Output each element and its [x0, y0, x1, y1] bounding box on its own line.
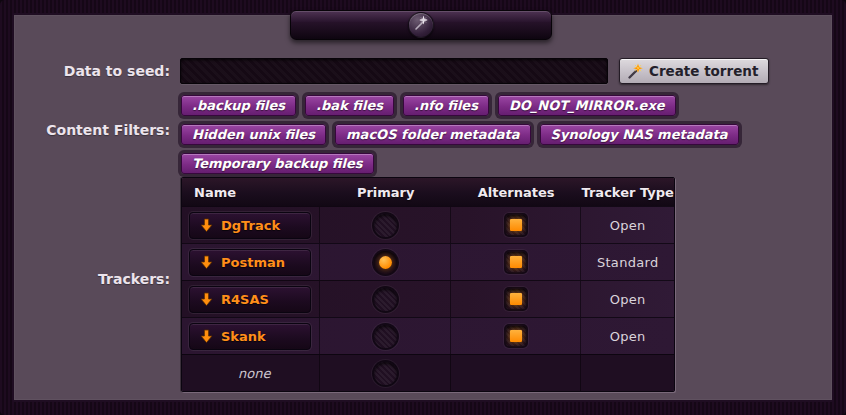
primary-cell	[320, 207, 450, 243]
tracker-name: DgTrack	[221, 218, 280, 233]
column-header-primary: Primary	[320, 178, 450, 206]
tracker-row: none	[182, 354, 674, 391]
alternates-cell	[451, 281, 581, 317]
tracker-type-value: Open	[610, 329, 646, 344]
tracker-name-cell: DgTrack	[182, 207, 320, 243]
filter-chip[interactable]: Synology NAS metadata	[540, 124, 739, 145]
alternates-cell	[451, 207, 581, 243]
filter-chip[interactable]: Temporary backup files	[181, 153, 374, 174]
download-icon	[199, 218, 214, 233]
tracker-type-cell: Open	[581, 318, 674, 354]
tracker-row: SkankOpen	[182, 317, 674, 354]
primary-radio[interactable]	[374, 362, 397, 385]
tracker-row: PostmanStandard	[182, 243, 674, 280]
alternates-cell	[451, 355, 581, 391]
trackers-table: Name Primary Alternates Tracker Type DgT…	[181, 177, 675, 392]
primary-radio[interactable]	[374, 251, 397, 274]
create-torrent-button[interactable]: Create torrent	[619, 58, 769, 84]
tracker-button[interactable]: DgTrack	[189, 212, 311, 239]
tracker-name: Skank	[221, 329, 266, 344]
data-to-seed-input[interactable]	[180, 58, 608, 84]
tracker-type-cell: Open	[581, 207, 674, 243]
filter-chip[interactable]: .nfo files	[403, 95, 489, 116]
tracker-type-value: Open	[610, 292, 646, 307]
filter-chip[interactable]: macOS folder metadata	[335, 124, 530, 145]
filter-chip[interactable]: Hidden unix files	[181, 124, 326, 145]
tracker-name: Postman	[221, 255, 285, 270]
primary-radio[interactable]	[374, 325, 397, 348]
magic-wand-icon	[412, 14, 430, 36]
tracker-type-value: Standard	[597, 255, 659, 270]
tracker-type-cell	[581, 355, 674, 391]
tracker-button[interactable]: Skank	[189, 323, 311, 350]
alternates-checkbox[interactable]	[506, 289, 526, 309]
filter-chip[interactable]: .bak files	[305, 95, 394, 116]
primary-cell	[320, 244, 450, 280]
column-header-name: Name	[182, 178, 320, 206]
tracker-button[interactable]: Postman	[189, 249, 311, 276]
content-filter-chips: .backup files.bak files.nfo filesDO_NOT_…	[181, 95, 791, 174]
app-window: Data to seed: Create torrent Content Fil…	[0, 0, 846, 415]
tracker-name-none: none	[189, 366, 319, 381]
download-icon	[199, 292, 214, 307]
content-filters-label: Content Filters:	[20, 122, 170, 138]
primary-radio[interactable]	[374, 288, 397, 311]
alternates-checkbox[interactable]	[506, 326, 526, 346]
trackers-table-header: Name Primary Alternates Tracker Type	[182, 178, 674, 206]
tracker-row: R4SASOpen	[182, 280, 674, 317]
primary-cell	[320, 281, 450, 317]
filter-chip[interactable]: DO_NOT_MIRROR.exe	[498, 95, 676, 116]
magic-wand-icon	[627, 63, 644, 80]
tracker-type-value: Open	[610, 218, 646, 233]
primary-cell	[320, 355, 450, 391]
alternates-checkbox[interactable]	[506, 252, 526, 272]
column-header-alternates: Alternates	[451, 178, 581, 206]
tracker-button[interactable]: R4SAS	[189, 286, 311, 313]
tracker-name-cell: Skank	[182, 318, 320, 354]
trackers-label: Trackers:	[20, 271, 170, 287]
header-bar[interactable]	[290, 10, 552, 40]
alternates-cell	[451, 244, 581, 280]
tracker-name-cell: R4SAS	[182, 281, 320, 317]
tracker-name: R4SAS	[221, 292, 269, 307]
tracker-type-cell: Open	[581, 281, 674, 317]
tracker-name-cell: Postman	[182, 244, 320, 280]
trackers-table-body: DgTrackOpen PostmanStandard R4SASOpen Sk…	[182, 206, 674, 391]
primary-radio[interactable]	[374, 214, 397, 237]
create-torrent-button-label: Create torrent	[649, 63, 758, 79]
tracker-row: DgTrackOpen	[182, 206, 674, 243]
download-icon	[199, 329, 214, 344]
filter-chip[interactable]: .backup files	[181, 95, 296, 116]
alternates-cell	[451, 318, 581, 354]
column-header-tracker-type: Tracker Type	[581, 178, 674, 206]
primary-cell	[320, 318, 450, 354]
download-icon	[199, 255, 214, 270]
magic-wand-orb-button[interactable]	[408, 12, 434, 38]
tracker-type-cell: Standard	[581, 244, 674, 280]
data-to-seed-label: Data to seed:	[20, 63, 170, 79]
tracker-name-cell: none	[182, 355, 320, 391]
alternates-checkbox[interactable]	[506, 215, 526, 235]
